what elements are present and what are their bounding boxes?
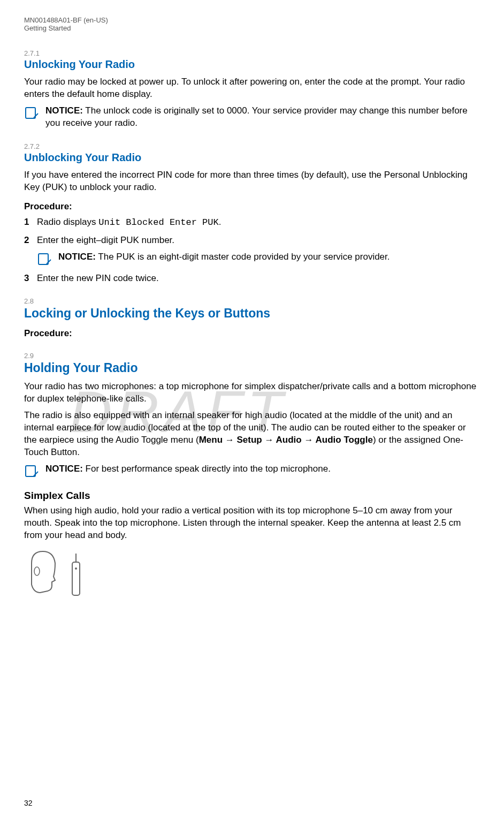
notice-label: NOTICE: <box>45 464 83 474</box>
header-chapter: Getting Started <box>24 24 480 32</box>
svg-rect-4 <box>26 466 35 476</box>
step-number: 2 <box>24 234 29 247</box>
step2-text: Enter the eight–digit PUK number. <box>37 235 174 245</box>
notice-label: NOTICE: <box>45 105 83 116</box>
step1-code: Unit Blocked Enter PUK <box>98 217 218 228</box>
holding-radio-illustration <box>24 547 480 608</box>
step-number: 3 <box>24 272 29 285</box>
section-heading-28: Locking or Unlocking the Keys or Buttons <box>24 306 480 321</box>
step-3: 3 Enter the new PIN code twice. <box>37 272 480 285</box>
step-2: 2 Enter the eight–digit PUK number. NOTI… <box>37 234 480 267</box>
menu-path: Menu → Setup → Audio → Audio Toggle <box>199 435 373 445</box>
para-29-1: Your radio has two microphones: a top mi… <box>24 381 480 405</box>
notice-text-271: NOTICE: The unlock code is originally se… <box>45 105 480 130</box>
procedure-label-272: Procedure: <box>24 201 480 212</box>
notice-icon <box>37 252 53 267</box>
section-heading-272: Unblocking Your Radio <box>24 152 480 164</box>
svg-rect-2 <box>39 254 48 264</box>
step-number: 1 <box>24 216 29 229</box>
header-doc-id: MN001488A01-BF (en-US) <box>24 16 480 24</box>
step1-suffix: . <box>219 217 222 227</box>
para-271: Your radio may be locked at power up. To… <box>24 76 480 101</box>
notice-icon <box>24 106 40 121</box>
section-number-28: 2.8 <box>24 297 480 305</box>
section-heading-271: Unlocking Your Radio <box>24 58 480 71</box>
notice-block-271: NOTICE: The unlock code is originally se… <box>24 105 480 130</box>
notice-block-29: NOTICE: For best performance speak direc… <box>24 463 480 479</box>
notice-block-step2: NOTICE: The PUK is an eight-digit master… <box>37 251 480 267</box>
procedure-label-28: Procedure: <box>24 328 480 339</box>
notice-text-step2: NOTICE: The PUK is an eight-digit master… <box>58 251 480 263</box>
page-number: 32 <box>24 799 33 807</box>
notice-label: NOTICE: <box>58 252 96 262</box>
section-number-272: 2.7.2 <box>24 142 480 150</box>
page-content: MN001488A01-BF (en-US) Getting Started 2… <box>24 16 480 608</box>
para-272: If you have entered the incorrect PIN co… <box>24 169 480 194</box>
svg-point-9 <box>75 567 77 570</box>
notice-body: The unlock code is originally set to 000… <box>45 105 468 128</box>
procedure-list-272: 1 Radio displays Unit Blocked Enter PUK.… <box>24 216 480 285</box>
svg-rect-0 <box>26 108 35 118</box>
para-simplex: When using high audio, hold your radio a… <box>24 505 480 542</box>
notice-icon <box>24 464 40 479</box>
step-1: 1 Radio displays Unit Blocked Enter PUK. <box>37 216 480 229</box>
notice-body: For best performance speak directly into… <box>83 464 331 474</box>
subheading-simplex: Simplex Calls <box>24 490 480 502</box>
section-number-271: 2.7.1 <box>24 49 480 57</box>
svg-point-6 <box>34 567 40 575</box>
section-heading-29: Holding Your Radio <box>24 361 480 375</box>
svg-rect-7 <box>72 562 80 595</box>
step3-text: Enter the new PIN code twice. <box>37 273 159 283</box>
section-number-29: 2.9 <box>24 352 480 360</box>
step1-prefix: Radio displays <box>37 217 98 227</box>
para-29-2: The radio is also equipped with an inter… <box>24 410 480 459</box>
notice-text-29: NOTICE: For best performance speak direc… <box>45 463 480 475</box>
notice-body: The PUK is an eight-digit master code pr… <box>96 252 390 262</box>
